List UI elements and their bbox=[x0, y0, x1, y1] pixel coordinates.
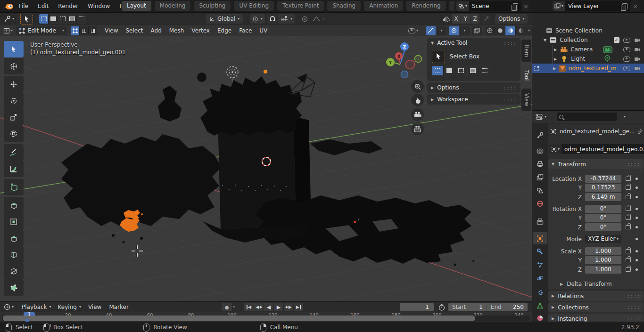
workspace-tab-sculpting[interactable]: Sculpting bbox=[194, 1, 231, 11]
object-name-field[interactable]: odm_textured_model_geo.0... bbox=[561, 144, 644, 154]
transform-orientation-dropdown[interactable]: Global ▾ bbox=[206, 14, 243, 24]
panel-grip[interactable]: :::: bbox=[627, 316, 640, 321]
disable-render-camera-icon[interactable] bbox=[634, 57, 640, 61]
camera-view-button[interactable] bbox=[411, 108, 424, 121]
tool-poly-build[interactable] bbox=[4, 279, 24, 296]
tool-extrude-region[interactable] bbox=[4, 197, 24, 213]
outliner-row-scene-collection[interactable]: Scene Collection bbox=[532, 26, 644, 35]
hide-eye-icon[interactable] bbox=[623, 66, 630, 71]
tool-cursor[interactable] bbox=[4, 58, 24, 74]
stopwatch-icon[interactable] bbox=[438, 304, 445, 311]
proportional-falloff-dropdown[interactable]: ▾ bbox=[310, 14, 327, 24]
properties-editor-type-button[interactable]: ▾ bbox=[536, 113, 546, 120]
disable-render-camera-icon[interactable] bbox=[634, 66, 640, 71]
copy-icon[interactable] bbox=[513, 3, 518, 9]
active-tool-icon-button[interactable] bbox=[432, 50, 445, 63]
lock-icon[interactable] bbox=[626, 207, 631, 211]
tool-inset-faces[interactable] bbox=[4, 213, 24, 230]
next-keyframe-button[interactable]: ◆▶ bbox=[284, 303, 294, 311]
snap-toggle-button[interactable] bbox=[267, 14, 277, 24]
viewport-menu-mesh[interactable]: Mesh bbox=[165, 25, 188, 36]
pan-button[interactable] bbox=[411, 94, 424, 106]
select-mode-subtract-button[interactable] bbox=[455, 66, 467, 75]
transform-panel-header[interactable]: ▼ Transform :::: bbox=[548, 159, 644, 169]
rotation-y-field[interactable]: 0° bbox=[585, 214, 621, 222]
tab-object-properties[interactable] bbox=[533, 232, 547, 244]
menu-render[interactable]: Render bbox=[53, 0, 83, 12]
editor-divider[interactable] bbox=[532, 13, 532, 322]
keying-menu[interactable]: Keying ▾ bbox=[55, 302, 84, 312]
collection-checkbox[interactable]: ✓ bbox=[614, 37, 619, 43]
workspace-tab-compositing[interactable]: Compositing bbox=[449, 1, 454, 11]
tool-move[interactable] bbox=[4, 76, 24, 92]
lock-icon[interactable] bbox=[626, 258, 631, 262]
light-data-badge-icon[interactable] bbox=[604, 55, 611, 63]
disable-render-camera-icon[interactable] bbox=[634, 47, 640, 52]
tool-knife[interactable] bbox=[4, 263, 24, 279]
viewport-menu-view[interactable]: View bbox=[101, 25, 122, 36]
mode-dropdown[interactable]: Edit Mode ▾ bbox=[16, 26, 67, 35]
tool-loop-cut[interactable] bbox=[4, 246, 24, 263]
tool-bevel[interactable] bbox=[4, 230, 24, 246]
tool-select-box[interactable] bbox=[4, 41, 24, 57]
view-layer-browse-button[interactable]: ▾ bbox=[553, 1, 565, 11]
disclosure-right-icon[interactable]: ▶ bbox=[554, 57, 557, 61]
tab-tool-properties[interactable] bbox=[533, 129, 547, 141]
menu-window[interactable]: Window bbox=[83, 0, 115, 12]
tool-annotate[interactable] bbox=[4, 144, 24, 161]
properties-search-input[interactable] bbox=[557, 113, 617, 121]
solid-shading-button[interactable] bbox=[495, 26, 505, 35]
viewport-menu-uv[interactable]: UV bbox=[256, 25, 271, 36]
animate-dot[interactable] bbox=[636, 217, 638, 219]
outliner-row-camera[interactable]: ▶ Camera bbox=[532, 45, 644, 54]
tab-particles-properties[interactable] bbox=[533, 259, 547, 271]
disable-render-camera-icon[interactable] bbox=[634, 38, 640, 42]
perspective-toggle-button[interactable] bbox=[411, 122, 424, 135]
tool-add-cube[interactable] bbox=[4, 179, 24, 195]
panel-grip[interactable]: :::: bbox=[627, 162, 640, 167]
jump-to-end-button[interactable]: ▶ bbox=[294, 303, 303, 311]
outliner-properties-divider[interactable] bbox=[532, 110, 644, 111]
outliner-row-odm-textured-model[interactable]: ▶ odm_textured_m bbox=[532, 64, 644, 73]
tab-collection-properties[interactable] bbox=[533, 215, 547, 227]
active-tool-button[interactable] bbox=[20, 14, 33, 24]
workspace-panel-header[interactable]: ▶ Workspace :::: bbox=[427, 94, 520, 105]
tool-measure[interactable] bbox=[4, 161, 24, 177]
animate-dot[interactable] bbox=[636, 268, 638, 271]
active-tool-panel-header[interactable]: ▼ Active Tool :::: bbox=[427, 38, 520, 48]
tab-view-layer-properties[interactable] bbox=[533, 171, 547, 183]
face-select-button[interactable] bbox=[89, 26, 97, 35]
start-frame-field[interactable]: Start 1 bbox=[448, 303, 487, 311]
animate-dot[interactable] bbox=[636, 226, 638, 228]
mirror-x-button[interactable]: X bbox=[452, 14, 461, 24]
select-mode-extend-button[interactable] bbox=[444, 66, 455, 75]
lock-icon[interactable] bbox=[626, 186, 631, 190]
object-id-browse-button[interactable]: ▾ bbox=[549, 144, 561, 154]
gizmo-neg-y[interactable] bbox=[415, 56, 422, 63]
blender-logo-icon[interactable] bbox=[4, 2, 14, 10]
gizmo-dropdown-button[interactable]: ▾ bbox=[437, 26, 446, 35]
hide-eye-icon[interactable] bbox=[623, 57, 630, 62]
timeline-menu-view[interactable]: View bbox=[84, 301, 105, 313]
select-mode-extend-button[interactable] bbox=[49, 14, 58, 24]
hide-eye-icon[interactable] bbox=[623, 47, 630, 52]
rotation-z-field[interactable]: 0° bbox=[585, 223, 621, 231]
viewport-menu-face[interactable]: Face bbox=[235, 25, 256, 36]
prev-keyframe-button[interactable]: ◀◆ bbox=[254, 303, 264, 311]
workspace-tab-animation[interactable]: Animation bbox=[364, 1, 403, 11]
rotation-x-field[interactable]: 0° bbox=[585, 205, 621, 213]
overlays-dropdown-button[interactable]: ▾ bbox=[460, 26, 470, 35]
timeline-scrollbar[interactable] bbox=[3, 316, 475, 321]
visibility-dropdown[interactable]: ▾ bbox=[408, 28, 418, 33]
sidebar-tab-tool[interactable]: Tool bbox=[521, 64, 531, 87]
end-frame-field[interactable]: End 250 bbox=[487, 303, 528, 311]
viewport-menu-vertex[interactable]: Vertex bbox=[188, 25, 214, 36]
properties-options-chevron[interactable]: ▾ bbox=[624, 115, 626, 119]
outliner-row-light[interactable]: ▶ Light bbox=[532, 54, 644, 64]
material-preview-button[interactable] bbox=[505, 26, 516, 35]
options-dropdown[interactable]: Options ▾ bbox=[495, 14, 528, 24]
empty-point-object[interactable] bbox=[264, 70, 267, 73]
viewport-editor-type-button[interactable]: ▾ bbox=[3, 28, 13, 34]
tab-constraint-properties[interactable] bbox=[533, 286, 547, 299]
select-mode-set-button[interactable] bbox=[39, 14, 49, 24]
